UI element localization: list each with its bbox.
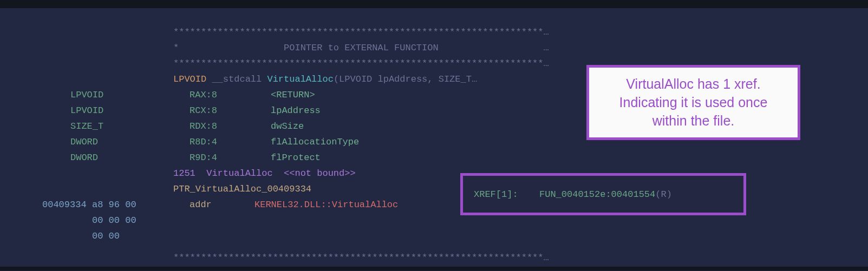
ordinal-name[interactable]: VirtualAlloc <box>206 168 272 179</box>
param-row[interactable]: DWORD R9D:4 flProtect <box>0 150 868 166</box>
sig-callconv: __stdcall <box>212 74 267 84</box>
xref-label: XREF[1]: <box>474 189 539 200</box>
callout-line: within the file. <box>599 112 788 130</box>
param-type: DWORD <box>70 137 190 147</box>
mnemonic: addr <box>190 200 254 210</box>
bytes: 00 00 <box>92 231 120 241</box>
param-name: flAllocationType <box>271 137 359 147</box>
bytes: 00 00 00 <box>92 215 136 226</box>
disassembly-listing[interactable]: ****************************************… <box>0 8 868 249</box>
param-reg: RCX:8 <box>190 105 271 116</box>
param-name: <RETURN> <box>271 90 315 100</box>
xref-highlight[interactable]: XREF[1]: FUN_0040152e:00401554 (R) <box>460 173 746 215</box>
param-type: SIZE_T <box>70 121 190 131</box>
ordinal-bound: <<not bound>> <box>284 168 356 179</box>
pointer-label[interactable]: PTR_VirtualAlloc_00409334 <box>173 184 311 194</box>
callout-line: Indicating it is used once <box>599 94 788 112</box>
window-bottom-bar: ****************************************… <box>0 249 868 270</box>
bytes: a8 96 00 <box>92 200 190 210</box>
address[interactable]: 00409334 <box>42 200 92 210</box>
callout-line: VirtualAlloc has 1 xref. <box>599 75 788 94</box>
bytes-continuation: 00 00 <box>0 228 868 244</box>
comment-title: * POINTER to EXTERNAL FUNCTION … <box>0 40 868 56</box>
param-name: dwSize <box>271 121 304 131</box>
param-type: DWORD <box>70 153 190 163</box>
param-type: LPVOID <box>70 105 190 116</box>
sig-funcname[interactable]: VirtualAlloc <box>267 74 333 84</box>
param-reg: RAX:8 <box>190 90 271 100</box>
sig-return-type: LPVOID <box>173 74 212 84</box>
param-type: LPVOID <box>70 90 190 100</box>
stars: ****************************************… <box>173 58 549 69</box>
param-name: lpAddress <box>271 105 321 116</box>
operand-symbol[interactable]: KERNEL32.DLL::VirtualAlloc <box>254 200 398 210</box>
annotation-callout: VirtualAlloc has 1 xref. Indicating it i… <box>586 65 800 140</box>
param-reg: RDX:8 <box>190 121 271 131</box>
xref-target[interactable]: FUN_0040152e:00401554 <box>539 189 655 200</box>
window-top-bar <box>0 0 868 8</box>
param-reg: R9D:4 <box>190 153 271 163</box>
stars: ****************************************… <box>173 27 549 37</box>
ordinal: 1251 <box>173 168 195 179</box>
param-name: flProtect <box>271 153 321 163</box>
comment-border-top: ****************************************… <box>0 24 868 40</box>
xref-suffix: (R) <box>655 189 672 200</box>
footer-stars: ****************************************… <box>0 249 868 267</box>
sig-params: (LPVOID lpAddress, SIZE_T… <box>334 74 477 84</box>
comment-title-text: * POINTER to EXTERNAL FUNCTION … <box>173 43 549 53</box>
param-reg: R8D:4 <box>190 137 271 147</box>
